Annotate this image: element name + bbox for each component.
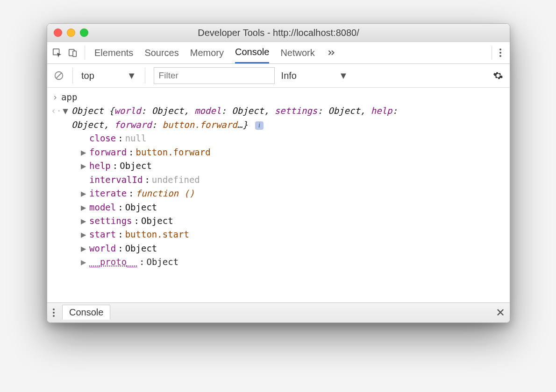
maximize-window-button[interactable] — [80, 28, 88, 37]
tab-console[interactable]: Console — [235, 42, 269, 63]
clear-console-icon[interactable] — [54, 70, 64, 81]
devtools-window: Developer Tools - http://localhost:8080/… — [47, 23, 510, 323]
tree-row[interactable]: ▶help: Object — [81, 159, 510, 173]
prompt-icon: › — [51, 91, 59, 104]
tree-row[interactable]: ▶iterate: function () — [81, 187, 510, 200]
info-icon[interactable]: i — [255, 121, 264, 130]
window-controls — [54, 24, 88, 42]
tree-row[interactable]: ▶start: button.start — [81, 228, 510, 241]
tree-row[interactable]: ▶forward: button.forward — [81, 146, 510, 159]
svg-point-8 — [53, 312, 55, 314]
return-icon: ‹· — [51, 104, 59, 118]
svg-point-4 — [499, 52, 501, 54]
console-settings-icon[interactable] — [493, 70, 503, 81]
drawer-tab-console[interactable]: Console — [62, 305, 110, 320]
chevron-down-icon: ▼ — [339, 70, 348, 81]
close-window-button[interactable] — [54, 28, 62, 37]
loglevel-value: Info — [281, 70, 297, 81]
tab-memory[interactable]: Memory — [190, 42, 224, 63]
console-filterbar: top ▼ Info ▼ — [47, 64, 510, 88]
minimize-window-button[interactable] — [67, 28, 75, 37]
chevron-down-icon: ▼ — [127, 70, 136, 81]
tree-row[interactable]: ▶settings: Object — [81, 214, 510, 228]
device-toggle-icon[interactable] — [68, 48, 78, 58]
loglevel-selector[interactable]: Info ▼ — [281, 70, 348, 81]
inspect-element-icon[interactable] — [52, 48, 62, 58]
tree-row[interactable]: ▶__proto__: Object — [81, 255, 510, 269]
svg-point-7 — [53, 308, 55, 310]
kebab-menu-icon[interactable] — [499, 48, 502, 58]
console-output: › app ‹· ▼ Object {world: Object, model:… — [47, 88, 510, 302]
drawer-menu-icon[interactable] — [52, 308, 56, 318]
console-input-echo: app — [61, 91, 77, 104]
tree-row[interactable]: ▶world: Object — [81, 242, 510, 255]
svg-point-5 — [499, 55, 501, 57]
context-selector[interactable]: top ▼ — [81, 70, 136, 81]
context-selector-value: top — [81, 70, 94, 81]
tab-elements[interactable]: Elements — [94, 42, 133, 63]
svg-point-9 — [53, 315, 55, 317]
svg-point-3 — [499, 49, 501, 50]
drawer-bar: Console ✕ — [47, 302, 510, 322]
filter-input[interactable] — [154, 67, 275, 84]
object-tree: close: null ▶forward: button.forward ▶he… — [51, 132, 510, 269]
expand-toggle[interactable]: ▼ — [61, 104, 70, 118]
tree-row[interactable]: intervalId: undefined — [81, 173, 510, 187]
svg-rect-2 — [73, 51, 76, 56]
titlebar: Developer Tools - http://localhost:8080/ — [47, 24, 510, 42]
tab-network[interactable]: Network — [280, 42, 314, 63]
tabs-overflow[interactable] — [326, 42, 336, 63]
tree-row[interactable]: close: null — [81, 132, 510, 145]
tab-sources[interactable]: Sources — [144, 42, 178, 63]
tree-row[interactable]: ▶model: Object — [81, 201, 510, 214]
devtools-tabbar: Elements Sources Memory Console Network — [47, 42, 510, 64]
close-drawer-icon[interactable]: ✕ — [496, 306, 505, 319]
object-summary[interactable]: Object {world: Object, model: Object, se… — [71, 104, 510, 132]
window-title: Developer Tools - http://localhost:8080/ — [198, 28, 359, 38]
